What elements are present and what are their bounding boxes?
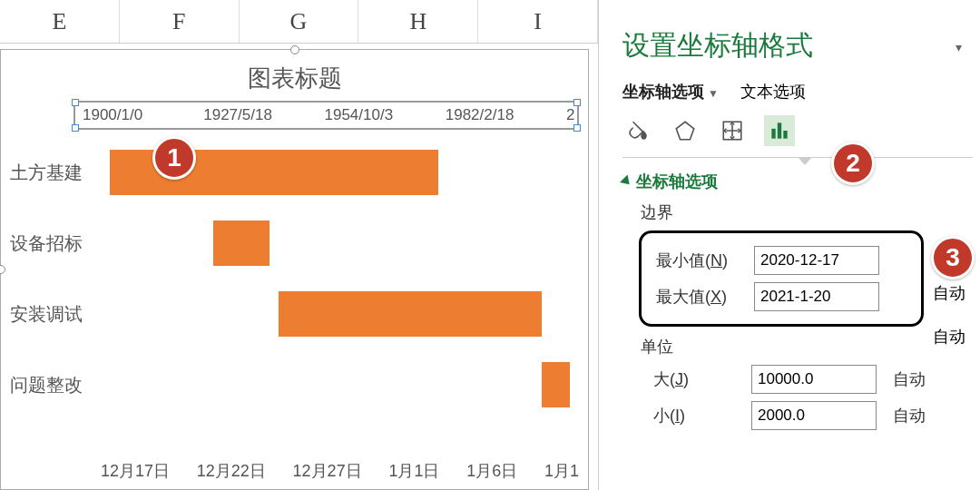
selection-handle-icon — [72, 124, 79, 132]
category-label: 安装调试 — [10, 302, 110, 327]
category-label: 问题整改 — [10, 373, 110, 397]
embedded-chart[interactable]: 图表标题 1900/1/0 1927/5/18 1954/10/3 1982/2… — [0, 49, 589, 490]
axis-tick-label: 1月6日 — [466, 460, 517, 482]
category-label: 土方基建 — [10, 161, 110, 185]
svg-rect-4 — [783, 131, 787, 139]
column-header[interactable]: I — [478, 0, 598, 43]
pane-icon-tabs — [622, 115, 973, 158]
column-header[interactable]: H — [358, 0, 478, 43]
chart-title[interactable]: 图表标题 — [1, 50, 588, 100]
major-unit-input[interactable] — [751, 365, 877, 394]
pane-menu-button[interactable]: ▾ — [956, 40, 962, 54]
axis-tick-label: 1月1 — [544, 460, 579, 482]
units-heading: 单位 — [641, 336, 973, 358]
minor-unit-label: 小(I) — [653, 405, 751, 426]
effects-icon[interactable] — [670, 115, 701, 146]
selection-handle-icon — [72, 99, 79, 106]
svg-rect-2 — [771, 129, 775, 139]
axis-options-icon[interactable] — [764, 115, 795, 146]
auto-label: 自动 — [893, 368, 926, 390]
worksheet-chart-area: E F G H I 图表标题 1900/1/0 1927/5/18 1954/1… — [0, 0, 599, 490]
axis-tick-label: 1900/1/0 — [75, 106, 196, 124]
axis-tick-label: 1954/10/3 — [318, 106, 438, 124]
max-bound-input[interactable] — [754, 282, 879, 311]
min-bound-label: 最小值(N) — [656, 250, 754, 271]
axis-tick-label: 12月17日 — [101, 460, 170, 482]
selection-handle-icon — [573, 99, 581, 106]
axis-tick-label: 1927/5/18 — [196, 106, 317, 124]
plot-area[interactable]: 土方基建 设备招标 安装调试 问题整改 — [10, 141, 579, 453]
format-axis-pane: 设置坐标轴格式 ▾ 坐标轴选项▼ 文本选项 坐标轴选项 — [599, 0, 980, 490]
column-header[interactable]: G — [240, 0, 359, 43]
auto-label: 自动 — [933, 282, 965, 304]
min-bound-input[interactable] — [754, 246, 879, 275]
axis-tick-label: 12月22日 — [197, 460, 266, 482]
annotation-badge-1: 1 — [152, 136, 196, 180]
selection-handle-icon — [573, 124, 581, 132]
svg-marker-0 — [676, 122, 694, 140]
auto-label: 自动 — [893, 405, 926, 426]
tab-axis-options[interactable]: 坐标轴选项▼ — [622, 81, 719, 103]
max-bound-label: 最大值(X) — [656, 286, 754, 308]
axis-tick-label: 1982/2/18 — [438, 106, 559, 124]
svg-rect-3 — [778, 122, 781, 138]
expand-icon — [620, 175, 633, 189]
annotation-badge-3: 3 — [931, 236, 975, 279]
secondary-axis[interactable]: 12月17日 12月22日 12月27日 1月1日 1月6日 1月1 — [101, 460, 579, 482]
resize-handle-icon[interactable] — [0, 265, 5, 274]
annotation-badge-2: 2 — [831, 142, 875, 185]
axis-tick-label: 2 — [559, 106, 577, 124]
data-bar[interactable] — [279, 291, 542, 337]
pane-tabs: 坐标轴选项▼ 文本选项 — [622, 81, 973, 103]
category-label: 设备招标 — [10, 231, 110, 256]
axis-tick-label: 1月1日 — [388, 460, 439, 482]
bounds-heading: 边界 — [641, 201, 973, 223]
data-bar[interactable] — [213, 220, 270, 266]
fill-line-icon[interactable] — [622, 115, 653, 146]
column-header[interactable]: F — [120, 0, 240, 43]
resize-handle-icon[interactable] — [290, 45, 299, 54]
active-tab-indicator-icon — [798, 157, 812, 165]
data-bar[interactable] — [542, 362, 570, 407]
bounds-callout-box: 最小值(N) 最大值(X) — [639, 230, 924, 327]
major-unit-label: 大(J) — [653, 368, 751, 390]
auto-label: 自动 — [933, 326, 965, 348]
tab-text-options[interactable]: 文本选项 — [740, 81, 806, 103]
pane-title: 设置坐标轴格式 — [622, 27, 973, 64]
horizontal-axis-selected[interactable]: 1900/1/0 1927/5/18 1954/10/3 1982/2/18 2 — [74, 101, 579, 130]
size-properties-icon[interactable] — [717, 115, 748, 146]
section-axis-options[interactable]: 坐标轴选项 — [622, 171, 973, 192]
axis-tick-label: 12月27日 — [293, 460, 362, 482]
column-header[interactable]: E — [0, 0, 120, 43]
minor-unit-input[interactable] — [751, 401, 877, 430]
column-headers: E F G H I — [0, 0, 598, 44]
